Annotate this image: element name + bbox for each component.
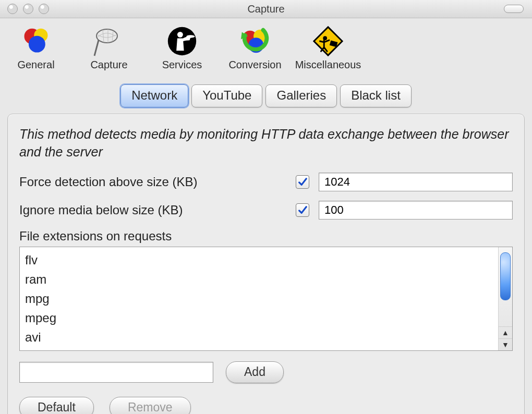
list-item[interactable]: mpg <box>25 289 493 308</box>
toolbar-item-capture[interactable]: Capture <box>80 25 138 71</box>
toolbar-item-label: Miscellaneous <box>295 59 361 71</box>
window-title: Capture <box>0 3 532 15</box>
zoom-window-button[interactable] <box>39 4 49 14</box>
add-extension-row: Add <box>19 361 513 383</box>
add-button[interactable]: Add <box>226 361 284 383</box>
remove-button[interactable]: Remove <box>110 397 191 415</box>
svg-point-5 <box>177 32 183 38</box>
toolbar-item-label: Capture <box>90 59 127 71</box>
list-item[interactable]: flv <box>25 250 493 270</box>
preferences-toolbar: General Capture Services <box>0 18 532 75</box>
close-window-button[interactable] <box>7 4 18 14</box>
force-detection-input[interactable] <box>319 173 513 191</box>
minimize-window-button[interactable] <box>23 4 33 14</box>
warning-sign-icon <box>310 25 346 58</box>
toolbar-toggle-button[interactable] <box>504 5 524 13</box>
tab-network[interactable]: Network <box>120 84 188 107</box>
scroll-up-button[interactable]: ▲ <box>499 326 512 338</box>
conversion-icon <box>237 25 273 58</box>
tab-blacklist[interactable]: Black list <box>340 84 412 107</box>
window-controls <box>0 4 49 14</box>
toolbar-item-general[interactable]: General <box>7 25 65 71</box>
bottom-buttons: Default Remove <box>19 397 513 415</box>
toolbar-item-label: General <box>17 59 54 71</box>
panel-description: This method detects media by monitoring … <box>19 126 513 161</box>
ignore-below-label: Ignore media below size (KB) <box>19 203 296 217</box>
row-force-detection: Force detection above size (KB) <box>19 173 513 191</box>
toolbar-item-services[interactable]: Services <box>153 25 211 71</box>
force-detection-checkbox[interactable] <box>296 175 309 189</box>
settings-panel: This method detects media by monitoring … <box>7 114 525 414</box>
toolbar-item-label: Conversion <box>228 59 281 71</box>
scrollbar-thumb[interactable] <box>500 252 511 300</box>
ignore-below-input[interactable] <box>319 201 513 220</box>
waiter-icon <box>164 25 200 58</box>
tab-galleries[interactable]: Galleries <box>265 84 337 107</box>
net-icon <box>91 25 127 58</box>
add-extension-input[interactable] <box>19 362 213 383</box>
row-ignore-below: Ignore media below size (KB) <box>19 201 513 220</box>
force-detection-label: Force detection above size (KB) <box>19 175 296 189</box>
list-item[interactable]: avi <box>25 327 493 347</box>
tab-youtube[interactable]: YouTube <box>191 84 262 107</box>
default-button[interactable]: Default <box>19 397 94 415</box>
extensions-label: File extensions on requests <box>19 229 513 243</box>
extensions-list[interactable]: flv ram mpg mpeg avi <box>20 247 498 350</box>
scrollbar[interactable]: ▲ ▼ <box>498 247 512 350</box>
list-item[interactable]: mpeg <box>25 308 493 327</box>
balloons-icon <box>18 25 54 58</box>
svg-point-2 <box>29 36 45 53</box>
toolbar-item-miscellaneous[interactable]: Miscellaneous <box>299 25 357 71</box>
scroll-down-button[interactable]: ▼ <box>499 338 512 350</box>
toolbar-item-conversion[interactable]: Conversion <box>226 25 284 71</box>
extensions-list-container: flv ram mpg mpeg avi ▲ ▼ <box>19 247 513 351</box>
toolbar-item-label: Services <box>162 59 202 71</box>
list-item[interactable]: ram <box>25 270 493 289</box>
tabs: Network YouTube Galleries Black list <box>0 84 532 107</box>
titlebar: Capture <box>0 0 532 18</box>
svg-point-6 <box>186 35 195 38</box>
ignore-below-checkbox[interactable] <box>296 203 309 217</box>
